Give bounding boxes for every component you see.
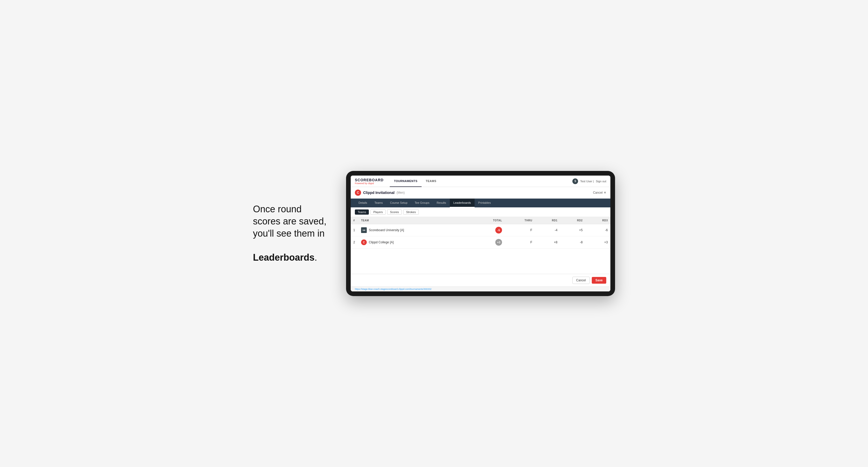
- row2-rd1: +8: [535, 236, 560, 249]
- cancel-button[interactable]: Cancel: [572, 277, 590, 284]
- leaderboard-table: # TEAM TOTAL THRU RD1 RD2 RD3 1: [351, 217, 610, 249]
- row1-team-row: SB Scoreboard University [A]: [361, 227, 469, 233]
- row2-rd3: +3: [585, 236, 610, 249]
- app-logo: SCOREBOARD Powered by clippd: [355, 178, 383, 185]
- leaderboard-table-container: # TEAM TOTAL THRU RD1 RD2 RD3 1: [351, 217, 610, 253]
- row2-team-name: Clippd College [A]: [369, 241, 394, 244]
- tab-teams[interactable]: Teams: [371, 198, 386, 207]
- logo-sub-prefix: Powered by: [355, 182, 368, 185]
- row1-rd2: +5: [560, 224, 585, 236]
- row2-team-logo: C: [361, 240, 367, 245]
- filter-row: Teams Players Scores Strokes: [351, 207, 610, 217]
- sidebar-text-bold: Leaderboards: [253, 252, 314, 263]
- row2-team: C Clippd College [A]: [359, 236, 471, 249]
- row1-rd3: -6: [585, 224, 610, 236]
- logo-title: SCOREBOARD: [355, 178, 383, 182]
- col-thru: THRU: [505, 217, 535, 224]
- row2-rd2: -8: [560, 236, 585, 249]
- col-rd2: RD2: [560, 217, 585, 224]
- tournament-name: Clippd Invitational: [363, 191, 395, 195]
- sign-out-link[interactable]: Sign out: [596, 180, 606, 183]
- row1-total: -5: [471, 224, 505, 236]
- url-bar: https://stage-blue-coach.stagescoreboard…: [351, 286, 610, 291]
- row2-thru: F: [505, 236, 535, 249]
- table-row: 1 SB Scoreboard University [A] -5 F: [351, 224, 610, 236]
- row1-score-badge: -5: [495, 227, 502, 234]
- tab-printables[interactable]: Printables: [475, 198, 495, 207]
- nav-right: S Test User | Sign out: [572, 179, 606, 184]
- col-rd1: RD1: [535, 217, 560, 224]
- page-container: Once round scores are saved, you'll see …: [253, 171, 615, 296]
- tab-leaderboards[interactable]: Leaderboards: [450, 198, 475, 207]
- col-rd3: RD3: [585, 217, 610, 224]
- filter-players-button[interactable]: Players: [370, 210, 385, 215]
- filter-scores-button[interactable]: Scores: [387, 210, 402, 215]
- nav-links: TOURNAMENTS TEAMS: [390, 176, 572, 187]
- col-team: TEAM: [359, 217, 471, 224]
- nav-link-teams[interactable]: TEAMS: [422, 176, 440, 187]
- sidebar-description: Once round scores are saved, you'll see …: [253, 203, 331, 264]
- logo-brand: clippd: [368, 182, 374, 185]
- row2-rank: 2: [351, 236, 359, 249]
- app-nav: SCOREBOARD Powered by clippd TOURNAMENTS…: [351, 176, 610, 187]
- cancel-header-button[interactable]: Cancel ✕: [593, 191, 606, 194]
- table-header-row: # TEAM TOTAL THRU RD1 RD2 RD3: [351, 217, 610, 224]
- modal-footer: Cancel Save: [351, 274, 610, 286]
- row2-total: +3: [471, 236, 505, 249]
- row2-team-row: C Clippd College [A]: [361, 240, 469, 245]
- tournament-category: (Men): [397, 191, 404, 194]
- row1-rd1: -4: [535, 224, 560, 236]
- tournament-icon: C: [355, 190, 361, 196]
- row1-thru: F: [505, 224, 535, 236]
- sidebar-text-period: .: [314, 252, 317, 263]
- nav-link-tournaments[interactable]: TOURNAMENTS: [390, 176, 422, 187]
- url-text: https://stage-blue-coach.stagescoreboard…: [355, 288, 431, 290]
- tab-tee-groups[interactable]: Tee Groups: [411, 198, 433, 207]
- row1-rank: 1: [351, 224, 359, 236]
- table-spacer: [351, 253, 610, 274]
- row1-team-name: Scoreboard University [A]: [369, 228, 404, 232]
- tab-details[interactable]: Details: [355, 198, 371, 207]
- row2-score-badge: +3: [495, 239, 502, 246]
- filter-strokes-button[interactable]: Strokes: [403, 210, 418, 215]
- table-row: 2 C Clippd College [A] +3 F: [351, 236, 610, 249]
- row1-team: SB Scoreboard University [A]: [359, 224, 471, 236]
- save-button[interactable]: Save: [592, 277, 606, 284]
- user-avatar: S: [572, 179, 578, 184]
- logo-subtitle: Powered by clippd: [355, 182, 383, 185]
- sidebar-text-main: Once round scores are saved, you'll see …: [253, 204, 327, 239]
- col-rank: #: [351, 217, 359, 224]
- tournament-title-row: C Clippd Invitational (Men): [355, 190, 405, 196]
- tablet-screen: SCOREBOARD Powered by clippd TOURNAMENTS…: [351, 176, 610, 291]
- sub-tabs: Details Teams Course Setup Tee Groups Re…: [351, 198, 610, 207]
- row1-team-logo: SB: [361, 227, 367, 233]
- tournament-header: C Clippd Invitational (Men) Cancel ✕: [351, 187, 610, 198]
- filter-teams-button[interactable]: Teams: [355, 210, 369, 215]
- close-icon: ✕: [604, 191, 606, 194]
- col-total: TOTAL: [471, 217, 505, 224]
- tab-course-setup[interactable]: Course Setup: [386, 198, 411, 207]
- user-label: Test User |: [580, 180, 594, 183]
- tab-results[interactable]: Results: [433, 198, 450, 207]
- tablet-frame: SCOREBOARD Powered by clippd TOURNAMENTS…: [346, 171, 615, 296]
